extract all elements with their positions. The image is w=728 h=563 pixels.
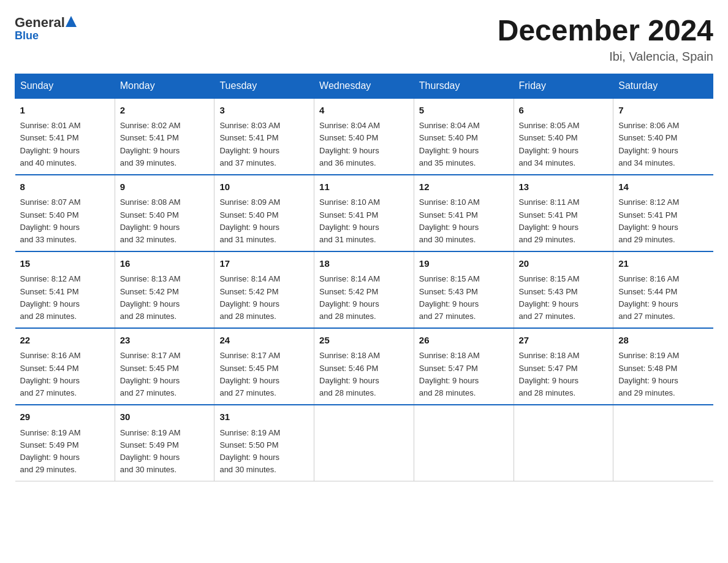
calendar-table: SundayMondayTuesdayWednesdayThursdayFrid… <box>15 74 713 481</box>
header-wednesday: Wednesday <box>314 74 414 98</box>
logo: General Blue <box>15 15 78 42</box>
header-tuesday: Tuesday <box>214 74 314 98</box>
day-number: 5 <box>419 104 509 118</box>
calendar-cell <box>613 405 713 481</box>
week-row-4: 22 Sunrise: 8:16 AMSunset: 5:44 PMDaylig… <box>15 328 713 405</box>
calendar-cell: 5 Sunrise: 8:04 AMSunset: 5:40 PMDayligh… <box>414 98 514 175</box>
calendar-cell: 4 Sunrise: 8:04 AMSunset: 5:40 PMDayligh… <box>314 98 414 175</box>
calendar-cell: 27 Sunrise: 8:18 AMSunset: 5:47 PMDaylig… <box>514 328 613 405</box>
day-number: 22 <box>20 334 110 348</box>
logo-general-text: General <box>15 15 65 31</box>
day-number: 3 <box>219 104 309 118</box>
day-info: Sunrise: 8:15 AMSunset: 5:43 PMDaylight:… <box>419 273 509 323</box>
day-number: 19 <box>419 257 509 271</box>
calendar-cell: 31 Sunrise: 8:19 AMSunset: 5:50 PMDaylig… <box>214 405 314 481</box>
calendar-cell: 18 Sunrise: 8:14 AMSunset: 5:42 PMDaylig… <box>314 251 414 328</box>
calendar-cell: 8 Sunrise: 8:07 AMSunset: 5:40 PMDayligh… <box>15 175 115 251</box>
calendar-cell: 12 Sunrise: 8:10 AMSunset: 5:41 PMDaylig… <box>414 175 514 251</box>
day-number: 7 <box>618 104 708 118</box>
day-info: Sunrise: 8:14 AMSunset: 5:42 PMDaylight:… <box>319 273 409 323</box>
calendar-cell: 11 Sunrise: 8:10 AMSunset: 5:41 PMDaylig… <box>314 175 414 251</box>
svg-marker-0 <box>66 16 77 27</box>
day-number: 29 <box>20 410 110 424</box>
day-info: Sunrise: 8:17 AMSunset: 5:45 PMDaylight:… <box>120 350 210 399</box>
day-info: Sunrise: 8:12 AMSunset: 5:41 PMDaylight:… <box>618 196 708 246</box>
calendar-cell: 21 Sunrise: 8:16 AMSunset: 5:44 PMDaylig… <box>613 251 713 328</box>
day-number: 21 <box>618 257 708 271</box>
calendar-cell: 24 Sunrise: 8:17 AMSunset: 5:45 PMDaylig… <box>214 328 314 405</box>
day-info: Sunrise: 8:13 AMSunset: 5:42 PMDaylight:… <box>120 273 210 323</box>
day-number: 6 <box>519 104 609 118</box>
calendar-cell: 13 Sunrise: 8:11 AMSunset: 5:41 PMDaylig… <box>514 175 613 251</box>
day-info: Sunrise: 8:18 AMSunset: 5:47 PMDaylight:… <box>519 350 609 399</box>
header-monday: Monday <box>115 74 214 98</box>
day-number: 18 <box>319 257 409 271</box>
title-area: December 2024 Ibi, Valencia, Spain <box>498 15 713 64</box>
day-info: Sunrise: 8:19 AMSunset: 5:50 PMDaylight:… <box>219 427 309 477</box>
day-info: Sunrise: 8:04 AMSunset: 5:40 PMDaylight:… <box>319 120 409 169</box>
page-subtitle: Ibi, Valencia, Spain <box>498 50 713 64</box>
calendar-cell: 17 Sunrise: 8:14 AMSunset: 5:42 PMDaylig… <box>214 251 314 328</box>
day-info: Sunrise: 8:19 AMSunset: 5:49 PMDaylight:… <box>20 427 110 477</box>
calendar-header-row: SundayMondayTuesdayWednesdayThursdayFrid… <box>15 74 713 98</box>
day-number: 1 <box>20 104 110 118</box>
calendar-cell: 30 Sunrise: 8:19 AMSunset: 5:49 PMDaylig… <box>115 405 214 481</box>
day-number: 23 <box>120 334 210 348</box>
day-info: Sunrise: 8:15 AMSunset: 5:43 PMDaylight:… <box>519 273 609 323</box>
calendar-cell: 16 Sunrise: 8:13 AMSunset: 5:42 PMDaylig… <box>115 251 214 328</box>
day-number: 9 <box>120 180 210 194</box>
day-number: 31 <box>219 410 309 424</box>
day-number: 13 <box>519 180 609 194</box>
day-number: 2 <box>120 104 210 118</box>
day-info: Sunrise: 8:07 AMSunset: 5:40 PMDaylight:… <box>20 196 110 246</box>
day-number: 25 <box>319 334 409 348</box>
day-info: Sunrise: 8:02 AMSunset: 5:41 PMDaylight:… <box>120 120 210 169</box>
day-number: 20 <box>519 257 609 271</box>
page-header: General Blue December 2024 Ibi, Valencia… <box>15 15 713 64</box>
calendar-cell: 1 Sunrise: 8:01 AMSunset: 5:41 PMDayligh… <box>15 98 115 175</box>
logo-triangle-icon <box>66 15 77 31</box>
day-number: 15 <box>20 257 110 271</box>
day-number: 28 <box>618 334 708 348</box>
logo-blue-text: Blue <box>15 29 39 42</box>
day-number: 26 <box>419 334 509 348</box>
calendar-cell <box>514 405 613 481</box>
day-number: 4 <box>319 104 409 118</box>
day-info: Sunrise: 8:16 AMSunset: 5:44 PMDaylight:… <box>618 273 708 323</box>
day-info: Sunrise: 8:06 AMSunset: 5:40 PMDaylight:… <box>618 120 708 169</box>
day-number: 11 <box>319 180 409 194</box>
day-info: Sunrise: 8:08 AMSunset: 5:40 PMDaylight:… <box>120 196 210 246</box>
week-row-3: 15 Sunrise: 8:12 AMSunset: 5:41 PMDaylig… <box>15 251 713 328</box>
day-number: 14 <box>618 180 708 194</box>
calendar-cell: 25 Sunrise: 8:18 AMSunset: 5:46 PMDaylig… <box>314 328 414 405</box>
day-number: 12 <box>419 180 509 194</box>
day-info: Sunrise: 8:11 AMSunset: 5:41 PMDaylight:… <box>519 196 609 246</box>
day-info: Sunrise: 8:05 AMSunset: 5:40 PMDaylight:… <box>519 120 609 169</box>
day-info: Sunrise: 8:16 AMSunset: 5:44 PMDaylight:… <box>20 350 110 399</box>
calendar-cell: 29 Sunrise: 8:19 AMSunset: 5:49 PMDaylig… <box>15 405 115 481</box>
calendar-cell: 23 Sunrise: 8:17 AMSunset: 5:45 PMDaylig… <box>115 328 214 405</box>
calendar-cell: 15 Sunrise: 8:12 AMSunset: 5:41 PMDaylig… <box>15 251 115 328</box>
calendar-cell <box>314 405 414 481</box>
page-title: December 2024 <box>498 15 713 47</box>
day-info: Sunrise: 8:18 AMSunset: 5:46 PMDaylight:… <box>319 350 409 399</box>
day-info: Sunrise: 8:09 AMSunset: 5:40 PMDaylight:… <box>219 196 309 246</box>
week-row-5: 29 Sunrise: 8:19 AMSunset: 5:49 PMDaylig… <box>15 405 713 481</box>
day-info: Sunrise: 8:04 AMSunset: 5:40 PMDaylight:… <box>419 120 509 169</box>
day-number: 8 <box>20 180 110 194</box>
day-info: Sunrise: 8:18 AMSunset: 5:47 PMDaylight:… <box>419 350 509 399</box>
day-number: 24 <box>219 334 309 348</box>
header-saturday: Saturday <box>613 74 713 98</box>
day-number: 16 <box>120 257 210 271</box>
day-info: Sunrise: 8:01 AMSunset: 5:41 PMDaylight:… <box>20 120 110 169</box>
calendar-cell: 26 Sunrise: 8:18 AMSunset: 5:47 PMDaylig… <box>414 328 514 405</box>
calendar-cell: 9 Sunrise: 8:08 AMSunset: 5:40 PMDayligh… <box>115 175 214 251</box>
calendar-cell: 2 Sunrise: 8:02 AMSunset: 5:41 PMDayligh… <box>115 98 214 175</box>
week-row-1: 1 Sunrise: 8:01 AMSunset: 5:41 PMDayligh… <box>15 98 713 175</box>
day-info: Sunrise: 8:17 AMSunset: 5:45 PMDaylight:… <box>219 350 309 399</box>
header-friday: Friday <box>514 74 613 98</box>
calendar-cell: 3 Sunrise: 8:03 AMSunset: 5:41 PMDayligh… <box>214 98 314 175</box>
day-info: Sunrise: 8:03 AMSunset: 5:41 PMDaylight:… <box>219 120 309 169</box>
calendar-cell: 22 Sunrise: 8:16 AMSunset: 5:44 PMDaylig… <box>15 328 115 405</box>
day-number: 30 <box>120 410 210 424</box>
